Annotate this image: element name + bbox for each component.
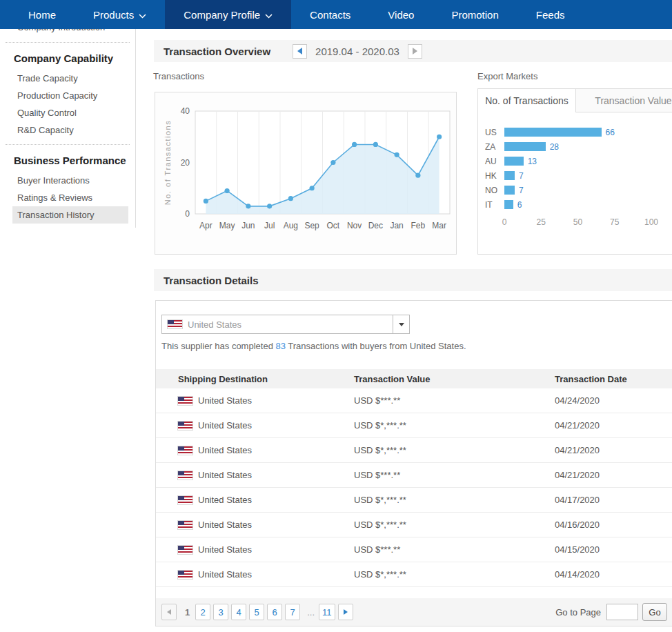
destination-cell: United States [156,544,354,555]
sidebar-item-transaction-history[interactable]: Transaction History [12,206,128,224]
arrow-left-icon [297,48,302,55]
chevron-down-icon [265,9,273,21]
country-select-caret-button[interactable] [393,315,409,333]
bar-value-label: 6 [517,200,522,210]
bar-track: 6 [504,200,670,210]
bar-track: 7 [504,171,670,181]
export-markets-label: Export Markets [477,71,537,81]
summary-line: This supplier has completed 83 Transacti… [161,341,466,351]
destination-label: United States [198,569,252,580]
overview-header-bar: Transaction Overview 2019.04 - 2020.03 [154,40,672,62]
date-range-nav: 2019.04 - 2020.03 [293,44,422,59]
nav-item-home[interactable]: Home [10,0,75,29]
nav-item-products[interactable]: Products [75,0,165,29]
column-header-shipping-destination: Shipping Destination [156,374,354,384]
date-cell: 04/17/2020 [555,495,672,505]
tab-no-of-transactions[interactable]: No. of Transactions [478,89,576,112]
overview-title: Transaction Overview [154,46,270,57]
axis-tick-label: 50 [573,217,582,227]
destination-cell: United States [156,445,354,455]
us-flag-icon [178,471,192,480]
transactions-table: Shipping DestinationTransaction ValueTra… [156,369,672,587]
goto-page-group: Go to PageGo [555,603,667,621]
nav-item-promotion[interactable]: Promotion [433,0,517,29]
destination-cell: United States [156,395,354,406]
bar-track: 28 [504,142,670,152]
date-cell: 04/24/2020 [555,395,672,406]
sidebar-item-buyer-interactions[interactable]: Buyer Interactions [12,172,128,189]
nav-item-contacts[interactable]: Contacts [291,0,369,29]
sidebar-item-quality-control[interactable]: Quality Control [12,104,128,121]
column-header-transaction-date: Transaction Date [555,374,672,384]
page-button-3[interactable]: 3 [213,604,228,620]
sidebar-item-r-d-capacity[interactable]: R&D Capacity [12,121,128,139]
country-select-value: United States [188,319,393,330]
page-button-6[interactable]: 6 [267,604,282,620]
bar-track: 7 [504,186,670,195]
value-cell: USD $*,***.** [354,445,555,455]
table-row: United StatesUSD $***.**04/24/2020 [156,388,672,413]
sidebar-item-ratings-reviews[interactable]: Ratings & Reviews [12,189,128,206]
country-select[interactable]: United States [161,315,410,334]
destination-label: United States [198,520,252,530]
goto-page-input[interactable] [606,604,638,620]
destination-label: United States [198,544,252,555]
transaction-details-panel: United States This supplier has complete… [155,300,672,626]
nav-item-company-profile[interactable]: Company Profile [165,0,291,29]
sidebar-item-production-capacity[interactable]: Production Capacity [12,87,128,104]
us-flag-icon [178,397,192,405]
nav-item-label: Contacts [310,9,350,21]
tab-transaction-value[interactable]: Transaction Value [576,89,672,112]
sidebar-divider [6,42,130,43]
page-button-11[interactable]: 11 [319,604,335,620]
bar-value-label: 7 [519,171,524,181]
svg-text:Jul: Jul [264,221,275,230]
sidebar-item-trade-capacity[interactable]: Trade Capacity [12,70,128,87]
nav-item-feeds[interactable]: Feeds [517,0,584,29]
bar-row-us: US66 [485,125,672,139]
table-row: United StatesUSD $*,***.**04/17/2020 [156,488,672,513]
svg-text:Mar: Mar [432,221,446,230]
bar [504,171,515,180]
page-button-7[interactable]: 7 [285,604,300,620]
prev-page-button[interactable] [161,604,177,620]
svg-text:0: 0 [185,209,190,219]
axis-tick-label: 0 [502,217,507,227]
bar-row-no: NO7 [485,183,672,197]
svg-text:Jun: Jun [241,221,255,230]
go-button[interactable]: Go [642,603,667,621]
us-flag-icon [178,446,192,455]
prev-period-button[interactable] [293,44,307,59]
export-markets-tabs: No. of TransactionsTransaction Value [478,89,672,112]
destination-cell: United States [156,470,354,480]
svg-text:Sep: Sep [304,221,319,230]
destination-label: United States [198,395,252,406]
sidebar-heading-business-performance: Business Performance [0,150,135,172]
chevron-down-icon [139,9,146,21]
bar-chart-x-axis: 0255075100 [504,217,651,228]
bar [504,157,524,166]
date-cell: 04/14/2020 [555,569,672,580]
next-period-button[interactable] [408,44,422,59]
svg-text:No. of Transactions: No. of Transactions [164,120,172,205]
page-button-2[interactable]: 2 [195,604,210,620]
table-row: United StatesUSD $***.**04/21/2020 [156,463,672,488]
next-page-button[interactable] [338,604,353,620]
date-cell: 04/16/2020 [555,520,672,530]
date-range-label: 2019.04 - 2020.03 [315,46,399,57]
destination-cell: United States [156,520,354,530]
page-button-4[interactable]: 4 [231,604,246,620]
details-title: Transaction Details [154,275,259,286]
value-cell: USD $***.** [354,395,555,406]
value-cell: USD $***.** [354,544,555,555]
bar-category-label: ZA [485,142,500,152]
nav-item-video[interactable]: Video [369,0,433,29]
page-button-5[interactable]: 5 [249,604,264,620]
table-row: United StatesUSD $***.**04/15/2020 [156,537,672,562]
table-header-row: Shipping DestinationTransaction ValueTra… [156,369,672,388]
svg-text:Apr: Apr [199,221,213,230]
bar-category-label: US [485,128,500,137]
arrow-right-icon [413,48,417,55]
svg-text:40: 40 [181,106,190,116]
bar [504,142,546,151]
